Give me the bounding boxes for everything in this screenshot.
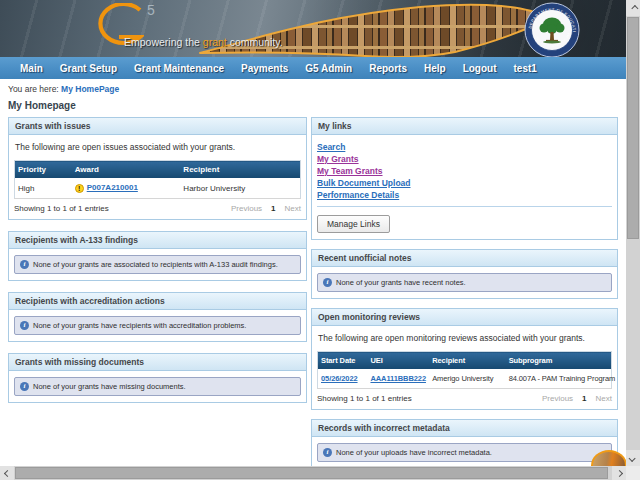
nav-item-logout[interactable]: Logout (463, 63, 497, 74)
pagination: Previous 1 Next (231, 204, 301, 213)
divider (317, 206, 612, 207)
link-bulk-document-upload[interactable]: Bulk Document Upload (317, 177, 612, 189)
page-number-1[interactable]: 1 (271, 204, 275, 213)
column-header-recipient: Recipient (429, 352, 505, 370)
page-title: My Homepage (8, 100, 618, 111)
nav-item-grant-maintenance[interactable]: Grant Maintenance (134, 63, 224, 74)
chevron-up-icon (631, 4, 638, 11)
department-of-education-seal-icon: DEPARTMENT OF EDUCATION UNITED STATES OF… (524, 2, 580, 57)
pagination: Previous 1 Next (542, 394, 612, 403)
cell-subprogram: 84.007A - PAM Training Program (506, 369, 612, 389)
panel-grants-with-issues: Grants with issues The following are ope… (8, 117, 307, 220)
link-performance-details[interactable]: Performance Details (317, 189, 612, 201)
link-my-grants[interactable]: My Grants (317, 153, 612, 165)
nav-item-g5-admin[interactable]: G5 Admin (305, 63, 352, 74)
cell-start-date: 05/26/2022 (318, 369, 368, 389)
info-message: None of your grants are associated to re… (33, 260, 278, 269)
scroll-up-button[interactable] (626, 0, 640, 16)
info-message-box: None of your grants are associated to re… (14, 255, 301, 274)
scrollbar-corner (626, 466, 640, 480)
next-page-button[interactable]: Next (596, 394, 612, 403)
info-icon (323, 448, 332, 457)
bookshelf-swoosh-image (195, 0, 547, 57)
panel-description: The following are open monitoring review… (318, 333, 611, 343)
cell-recipient: Harbor University (180, 178, 300, 199)
chevron-right-icon (615, 469, 622, 476)
info-message: None of your grants have recipients with… (33, 321, 246, 330)
vertical-scrollbar[interactable] (626, 0, 640, 466)
column-header-priority: Priority (15, 161, 72, 179)
tagline: Empowering the grant community. (124, 36, 283, 48)
nav-item-payments[interactable]: Payments (241, 63, 288, 74)
panel-title: Grants with issues (9, 118, 306, 135)
info-message: None of your grants have recent notes. (336, 278, 466, 287)
panel-incorrect-metadata: Records with incorrect metadata None of … (311, 419, 618, 469)
scroll-right-button[interactable] (612, 466, 626, 480)
column-header-start-date: Start Date (318, 352, 368, 370)
panel-title: Open monitoring reviews (312, 309, 617, 326)
table-row: 05/26/2022 AAA111BBB222 Amerigo Universi… (318, 369, 612, 389)
breadcrumb: You are here: My HomePage (8, 84, 618, 94)
breadcrumb-label: You are here: (8, 84, 59, 94)
info-icon (323, 278, 332, 287)
cell-uei: AAA111BBB222 (367, 369, 429, 389)
info-message: None of your uploads have incorrect meta… (336, 448, 492, 457)
panel-recent-unofficial-notes: Recent unofficial notes None of your gra… (311, 249, 618, 299)
page-content: You are here: My HomePage My Homepage Gr… (0, 79, 626, 466)
panel-my-links: My links Search My Grants My Team Grants… (311, 117, 618, 240)
link-my-team-grants[interactable]: My Team Grants (317, 165, 612, 177)
monitoring-reviews-table: Start Date UEI Recipient Subprogram 05/2… (317, 351, 612, 389)
horizontal-scrollbar[interactable] (0, 466, 626, 480)
info-message-box: None of your grants have recent notes. (317, 273, 612, 292)
showing-entries-text: Showing 1 to 1 of 1 entries (14, 204, 109, 213)
link-search[interactable]: Search (317, 141, 612, 153)
previous-page-button[interactable]: Previous (231, 204, 262, 213)
start-date-link[interactable]: 05/26/2022 (321, 374, 358, 383)
column-header-recipient: Recipient (180, 161, 300, 179)
previous-page-button[interactable]: Previous (542, 394, 573, 403)
nav-item-help[interactable]: Help (424, 63, 446, 74)
info-icon (20, 321, 29, 330)
nav-item-main[interactable]: Main (20, 63, 43, 74)
nav-item-reports[interactable]: Reports (369, 63, 407, 74)
uei-link[interactable]: AAA111BBB222 (370, 374, 426, 383)
info-message: None of your grants have missing documen… (33, 382, 186, 391)
manage-links-button[interactable]: Manage Links (317, 215, 390, 233)
breadcrumb-link-my-homepage[interactable]: My HomePage (61, 84, 119, 94)
scroll-down-button[interactable] (626, 450, 640, 466)
panel-title: Recipients with accreditation actions (9, 293, 306, 310)
info-message-box: None of your grants have recipients with… (14, 316, 301, 335)
info-icon (20, 382, 29, 391)
panel-title: Grants with missing documents (9, 354, 306, 371)
column-header-uei: UEI (367, 352, 429, 370)
column-header-subprogram: Subprogram (506, 352, 612, 370)
panel-title: Recipients with A-133 findings (9, 232, 306, 249)
vertical-scrollbar-thumb[interactable] (627, 17, 639, 239)
panel-accreditation-actions: Recipients with accreditation actions No… (8, 292, 307, 342)
column-header-award: Award (72, 161, 181, 179)
chevron-down-icon (628, 454, 635, 461)
cell-award: P007A210001 (72, 178, 181, 199)
main-nav: Main Grant Setup Grant Maintenance Payme… (0, 57, 626, 79)
panel-a133-findings: Recipients with A-133 findings None of y… (8, 231, 307, 281)
next-page-button[interactable]: Next (285, 204, 301, 213)
award-link[interactable]: P007A210001 (87, 183, 138, 192)
table-row: High P007A210001 Harbor University (15, 178, 301, 199)
cell-recipient: Amerigo University (429, 369, 505, 389)
nav-item-grant-setup[interactable]: Grant Setup (60, 63, 117, 74)
page-number-1[interactable]: 1 (582, 394, 586, 403)
panel-title: Records with incorrect metadata (312, 420, 617, 437)
info-icon (20, 260, 29, 269)
panel-description: The following are open issues associated… (15, 142, 300, 152)
panel-missing-documents: Grants with missing documents None of yo… (8, 353, 307, 403)
panel-title: Recent unofficial notes (312, 250, 617, 267)
nav-item-user-test1[interactable]: test1 (514, 63, 537, 74)
cell-priority: High (15, 178, 72, 199)
info-message-box: None of your grants have missing documen… (14, 377, 301, 396)
chevron-left-icon (3, 469, 10, 476)
scroll-left-button[interactable] (0, 466, 14, 480)
panel-open-monitoring-reviews: Open monitoring reviews The following ar… (311, 308, 618, 410)
grants-issues-table: Priority Award Recipient High P007A21000… (14, 160, 301, 199)
horizontal-scrollbar-thumb[interactable] (15, 467, 608, 479)
warning-icon (75, 184, 84, 193)
